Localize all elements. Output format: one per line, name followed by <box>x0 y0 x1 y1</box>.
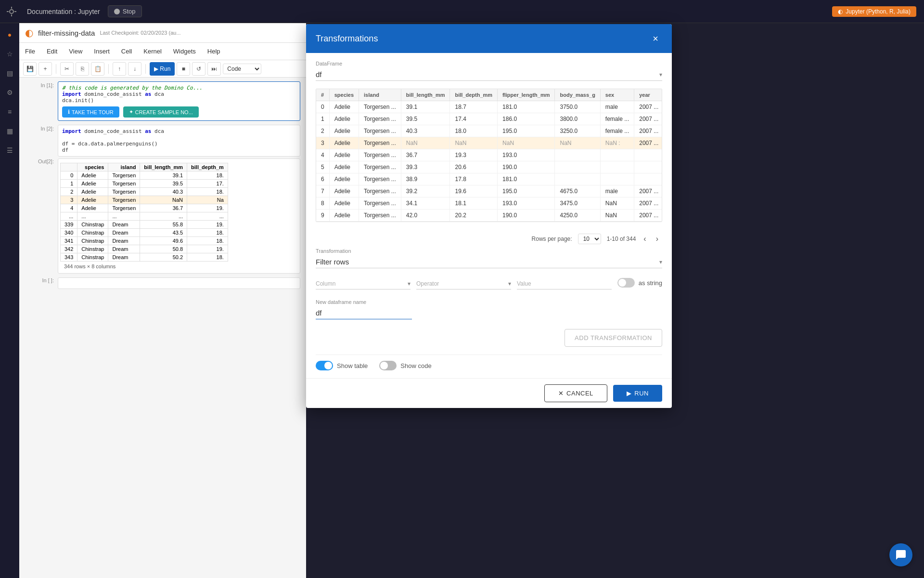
sidebar-icon-home[interactable]: ● <box>4 29 15 40</box>
data-table: # species island bill_length_mm bill_dep… <box>316 89 662 222</box>
transformation-dropdown[interactable]: Filter rows ▾ <box>316 256 662 268</box>
tb-paste[interactable]: 📋 <box>91 62 104 76</box>
col-flipper: flipper_length_mm <box>498 89 555 101</box>
cell-empty: In [ ]: <box>19 277 306 289</box>
col-hash: # <box>316 89 329 101</box>
tb-restart[interactable]: ↺ <box>192 62 205 76</box>
transformations-modal: Transformations × DataFrame df ▾ # speci… <box>306 24 672 408</box>
menu-kernel[interactable]: Kernel <box>141 46 164 57</box>
app-logo <box>0 0 23 23</box>
transformation-arrow: ▾ <box>659 259 662 265</box>
tb-run[interactable]: ▶ Run <box>150 62 175 76</box>
stop-button[interactable]: Stop <box>108 5 142 17</box>
add-transformation-button[interactable]: ADD TRANSFORMATION <box>565 329 662 347</box>
table-row: 6AdelieTorgersen ...38.917.8181.0 <box>316 173 662 185</box>
new-df-label: New dataframe name <box>316 299 662 305</box>
col-sex: sex <box>600 89 634 101</box>
top-bar-title: Documentation : Jupyter <box>27 8 100 15</box>
operator-dropdown[interactable]: Operator ▾ <box>416 278 511 289</box>
table-row: 8AdelieTorgersen ...34.118.1193.03475.0N… <box>316 197 662 210</box>
cancel-x-icon: ✕ <box>558 390 564 397</box>
modal-header: Transformations × <box>306 24 672 53</box>
sidebar-icon-settings[interactable]: ⚙ <box>4 87 15 98</box>
tb-add[interactable]: + <box>38 62 52 76</box>
show-table-knob <box>324 362 332 369</box>
chat-bubble-button[interactable] <box>889 543 912 566</box>
col-bill-depth: bill_depth_mm <box>450 89 498 101</box>
output-label: Out[2]: <box>25 158 54 274</box>
dataframe-selector-section: DataFrame df ▾ <box>316 61 662 81</box>
dataframe-value: df <box>316 70 322 79</box>
rows-per-page-label: Rows per page: <box>532 236 572 242</box>
cancel-button[interactable]: ✕ CANCEL <box>544 384 607 402</box>
filter-row: Column ▾ Operator ▾ Value as string <box>316 278 662 289</box>
tb-up[interactable]: ↑ <box>113 62 126 76</box>
data-table-container: # species island bill_length_mm bill_dep… <box>316 89 662 222</box>
jupyter-badge: ◐ Jupyter (Python, R, Julia) <box>832 6 916 17</box>
show-table-toggle-switch[interactable] <box>316 361 333 370</box>
table-row: 1AdelieTorgersen ...39.517.4186.03800.0f… <box>316 113 662 125</box>
transformation-value: Filter rows <box>316 258 349 266</box>
column-arrow: ▾ <box>408 280 411 287</box>
tb-stop[interactable]: ■ <box>177 62 190 76</box>
nb-toolbar: 💾 + ✂ ⎘ 📋 ↑ ↓ ▶ Run ■ ↺ ⏭ Code <box>19 60 306 78</box>
create-sample-button[interactable]: ✦ CREATE SAMPLE NO... <box>123 106 199 118</box>
show-code-toggle: Show code <box>379 361 431 370</box>
menu-cell[interactable]: Cell <box>119 46 134 57</box>
table-row-highlighted: 3AdelieTorgersen ...NaNNaNNaNNaNNaN :200… <box>316 137 662 149</box>
value-field[interactable]: Value <box>517 278 612 289</box>
nb-filename: filter-missing-data <box>38 29 95 37</box>
modal-close-button[interactable]: × <box>649 32 662 45</box>
pagination-info: 1-10 of 344 <box>607 236 636 242</box>
table-row: 9AdelieTorgersen ...42.020.2190.04250.0N… <box>316 210 662 222</box>
show-code-knob <box>380 362 388 369</box>
new-df-input[interactable] <box>316 307 412 319</box>
prev-page-button[interactable]: ‹ <box>642 235 648 243</box>
top-bar: Documentation : Jupyter Stop ◐ Jupyter (… <box>0 0 924 23</box>
rows-per-page-select[interactable]: 10 25 50 <box>578 234 601 244</box>
sidebar-icon-menu[interactable]: ≡ <box>4 106 15 118</box>
menu-file[interactable]: File <box>23 46 37 57</box>
menu-view[interactable]: View <box>67 46 84 57</box>
tb-copy[interactable]: ⎘ <box>76 62 89 76</box>
tb-cut[interactable]: ✂ <box>60 62 74 76</box>
sidebar-icon-list[interactable]: ☰ <box>4 144 15 156</box>
jupyter-logo: ◐ <box>25 27 33 39</box>
stop-icon <box>114 9 120 14</box>
tb-sep3 <box>145 64 146 74</box>
tb-down[interactable]: ↓ <box>128 62 141 76</box>
as-string-label: as string <box>639 279 662 287</box>
menu-insert[interactable]: Insert <box>92 46 112 57</box>
transformation-section: Transformation Filter rows ▾ <box>316 248 662 268</box>
nb-cell-type-select[interactable]: Code <box>223 64 261 74</box>
tb-restart-run[interactable]: ⏭ <box>207 62 221 76</box>
tb-save[interactable]: 💾 <box>23 62 37 76</box>
column-dropdown[interactable]: Column ▾ <box>316 278 411 289</box>
cell-1-code: import domino_code_assist as dca dca.ini… <box>62 91 296 104</box>
sidebar-icon-star[interactable]: ☆ <box>4 48 15 60</box>
pagination-row: Rows per page: 10 25 50 1-10 of 344 ‹ › <box>316 230 662 248</box>
menu-widgets[interactable]: Widgets <box>171 46 198 57</box>
menu-edit[interactable]: Edit <box>45 46 59 57</box>
svg-point-0 <box>10 10 13 13</box>
top-bar-right: ◐ Jupyter (Python, R, Julia) <box>832 6 916 17</box>
take-tour-button[interactable]: ℹ TAKE THE TOUR <box>62 106 119 118</box>
menu-help[interactable]: Help <box>205 46 222 57</box>
sidebar-icon-db[interactable]: ▤ <box>4 67 15 79</box>
sidebar-icon-grid[interactable]: ▦ <box>4 125 15 137</box>
col-bill-length: bill_length_mm <box>401 89 450 101</box>
notebook-area: ◐ filter-missing-data Last Checkpoint: 0… <box>19 23 306 578</box>
show-code-toggle-switch[interactable] <box>379 361 397 370</box>
as-string-toggle[interactable] <box>617 278 635 288</box>
cell-2-label: In [2]: <box>25 125 54 131</box>
dataframe-label: DataFrame <box>316 61 662 66</box>
next-page-button[interactable]: › <box>654 235 660 243</box>
table-row: 0AdelieTorgersen ...39.118.7181.03750.0m… <box>316 101 662 113</box>
run-button[interactable]: ▶ RUN <box>613 385 662 402</box>
as-string-toggle-row: as string <box>617 278 662 288</box>
col-year: year <box>634 89 662 101</box>
sidebar: ● ☆ ▤ ⚙ ≡ ▦ ☰ <box>0 23 19 578</box>
run-play-icon: ▶ <box>627 390 632 397</box>
dataframe-dropdown[interactable]: df ▾ <box>316 68 662 81</box>
tb-sep1 <box>56 64 56 74</box>
